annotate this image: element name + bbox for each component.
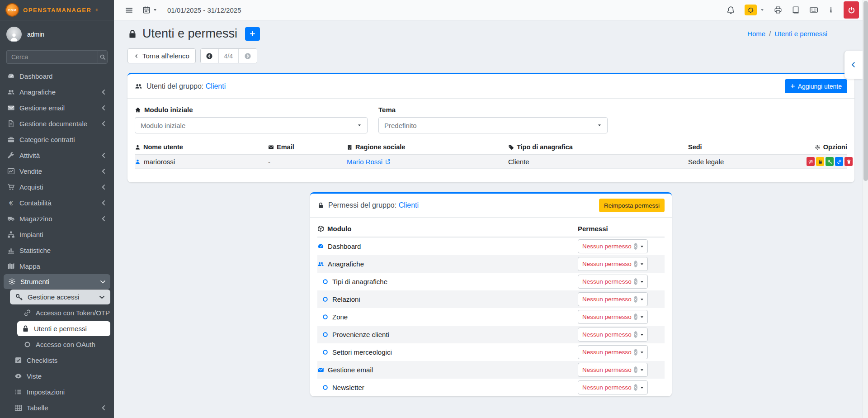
module-cell: Gestione email [317,366,578,374]
new-record-button[interactable] [245,27,260,41]
password-button[interactable] [826,157,834,166]
clear-permission-button[interactable] [634,296,637,303]
sidebar-item-vendite[interactable]: Vendite [0,163,114,179]
breadcrumb-current-link[interactable]: Utenti e permessi [774,30,827,38]
sidebar-item-label: Tabelle [27,404,95,412]
session-caret[interactable] [760,8,764,12]
sidebar-item-attivita[interactable]: Attività [0,147,114,163]
sidebar-item-label: Magazzino [19,215,95,223]
permission-dropdown[interactable]: Nessun permesso [578,257,648,271]
sidebar-item-categorie-contratti[interactable]: Categorie contratti [0,132,114,147]
sidebar-item-accesso-oauth[interactable]: Accesso con OAuth [0,337,114,352]
sidebar-item-viste[interactable]: Viste [0,368,114,384]
logout-button[interactable] [844,1,859,19]
clear-permission-button[interactable] [634,278,637,285]
date-range[interactable]: 01/01/2025 - 31/12/2025 [167,6,241,14]
sidebar-item-acquisti[interactable]: Acquisti [0,179,114,195]
caret-down-icon [640,368,644,372]
clear-permission-button[interactable] [634,314,637,320]
theme-select[interactable]: Predefinito [378,117,608,133]
permission-dropdown[interactable]: Nessun permesso [578,328,648,342]
sidebar-item-dashboard[interactable]: Dashboard [0,68,114,84]
permission-dropdown[interactable]: Nessun permesso [578,292,648,306]
permission-dropdown[interactable]: Nessun permesso [578,239,648,253]
cell-company-link[interactable]: Mario Rossi [347,158,508,166]
breadcrumb-home-link[interactable]: Home [747,30,765,38]
sidebar-item-utenti-e-permessi[interactable]: Utenti e permessi [17,321,110,336]
docs-button[interactable] [792,6,800,14]
sidebar-item-impianti[interactable]: Impianti [0,227,114,242]
sidebar-item-label: Gestione email [19,104,95,112]
caret-down-icon [640,315,644,319]
disable-user-button[interactable] [807,157,815,166]
clear-permission-button[interactable] [634,243,637,250]
page-scrollbar[interactable] [863,0,868,418]
clear-permission-button[interactable] [634,331,637,338]
map-icon [7,262,15,270]
permission-dropdown[interactable]: Nessun permesso [578,363,648,377]
caret-down-icon [640,385,644,390]
print-button[interactable] [774,6,782,14]
module-cell: Provenienze clienti [317,331,578,338]
sidebar-item-label: Strumenti [20,278,94,285]
side-panel-toggle[interactable] [844,51,863,79]
clear-permission-button[interactable] [634,384,637,391]
group-link[interactable]: Clienti [206,82,226,90]
group-link[interactable]: Clienti [399,201,419,209]
brand[interactable]: OSM OpenSTAManager ® [0,0,114,20]
x-icon [634,262,637,266]
permission-dropdown[interactable]: Nessun permesso [578,275,648,289]
sidebar-item-magazzino[interactable]: Magazzino [0,211,114,227]
header-username: Nome utente [135,143,268,151]
user-panel[interactable]: admin [0,20,114,47]
sidebar-item-strumenti[interactable]: Strumenti [4,274,110,289]
sidebar-item-label: Accesso con OAuth [36,341,108,348]
period-picker[interactable] [142,6,157,14]
circle-icon [322,331,329,338]
sidebar-item-impostazioni[interactable]: Impostazioni [0,384,114,400]
add-user-button[interactable]: Aggiungi utente [785,79,847,93]
shortcuts-button[interactable] [809,5,818,14]
back-to-list-button[interactable]: Torna all'elenco [127,48,196,63]
clear-permission-button[interactable] [634,261,637,267]
delete-user-button[interactable] [844,157,853,166]
sidebar-item-gestione-email[interactable]: Gestione email [0,100,114,116]
permission-dropdown[interactable]: Nessun permesso [578,345,648,359]
sidebar-item-anagrafiche[interactable]: Anagrafiche [0,84,114,100]
sidebar-item-tabelle[interactable]: Tabelle [0,400,114,416]
key-icon [15,293,23,301]
info-button[interactable] [828,6,834,14]
search-input[interactable] [6,50,98,64]
previous-record-button[interactable] [201,49,219,63]
session-timer-badge[interactable] [745,5,757,15]
token-button[interactable] [835,157,843,166]
sidebar-toggle-button[interactable] [125,6,133,14]
header-company: Ragione sociale [347,143,508,151]
chevron-left-icon [100,152,108,159]
scrollbar-thumb[interactable] [863,1,868,181]
page-title: Utenti e permessi [142,27,237,41]
permission-dropdown[interactable]: Nessun permesso [578,380,648,394]
circle-icon [24,341,31,348]
clear-permission-button[interactable] [634,366,637,373]
sidebar-item-gestione-documentale[interactable]: Gestione documentale [0,116,114,132]
lock-user-button[interactable] [816,157,824,166]
caret-down-icon [640,244,644,249]
reset-permissions-button[interactable]: Reimposta permessi [599,199,665,212]
sidebar-item-accesso-token-otp[interactable]: Accesso con Token/OTP [0,305,114,321]
topbar: 01/01/2025 - 31/12/2025 [114,0,863,20]
sidebar-search [6,50,108,64]
sidebar-item-contabilita[interactable]: €Contabilità [0,195,114,211]
next-record-button[interactable] [239,49,257,63]
cell-sede: Sede legale [688,158,807,166]
sidebar-item-gestione-accessi[interactable]: Gestione accessi [10,290,110,304]
notifications-button[interactable] [726,6,735,14]
initial-module-select[interactable]: Modulo iniziale [135,117,368,133]
circle-icon [322,278,329,285]
sidebar-item-checklists[interactable]: Checklists [0,352,114,368]
search-button[interactable] [98,50,108,64]
clear-permission-button[interactable] [634,349,637,356]
sidebar-item-statistiche[interactable]: Statistiche [0,242,114,258]
permission-dropdown[interactable]: Nessun permesso [578,310,648,324]
sidebar-item-mappa[interactable]: Mappa [0,258,114,274]
